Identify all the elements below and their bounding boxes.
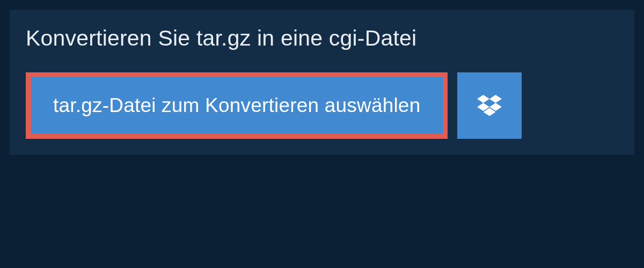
button-row: tar.gz-Datei zum Konvertieren auswählen: [10, 72, 634, 139]
dropbox-icon: [477, 95, 502, 116]
page-title: Konvertieren Sie tar.gz in eine cgi-Date…: [10, 10, 634, 72]
select-file-button[interactable]: tar.gz-Datei zum Konvertieren auswählen: [31, 77, 443, 134]
dropbox-button[interactable]: [457, 72, 522, 139]
select-file-highlight-border: tar.gz-Datei zum Konvertieren auswählen: [26, 72, 448, 139]
converter-panel: Konvertieren Sie tar.gz in eine cgi-Date…: [10, 10, 634, 155]
